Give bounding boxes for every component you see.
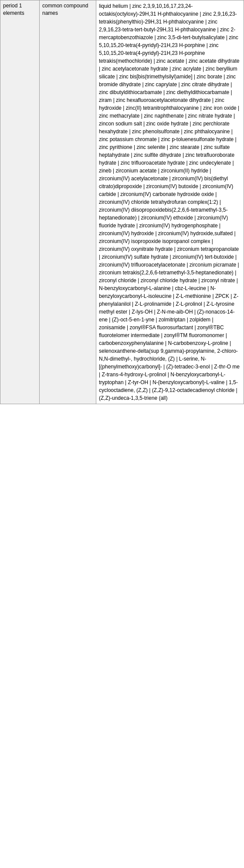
col2-header: common compound names xyxy=(40,0,96,404)
col1-header: period 1 elements xyxy=(0,0,40,404)
compound-names-content: liquid helium | zinc 2,3,9,10,16,17,23,2… xyxy=(96,0,244,404)
main-table: period 1 elements common compound names … xyxy=(0,0,244,404)
